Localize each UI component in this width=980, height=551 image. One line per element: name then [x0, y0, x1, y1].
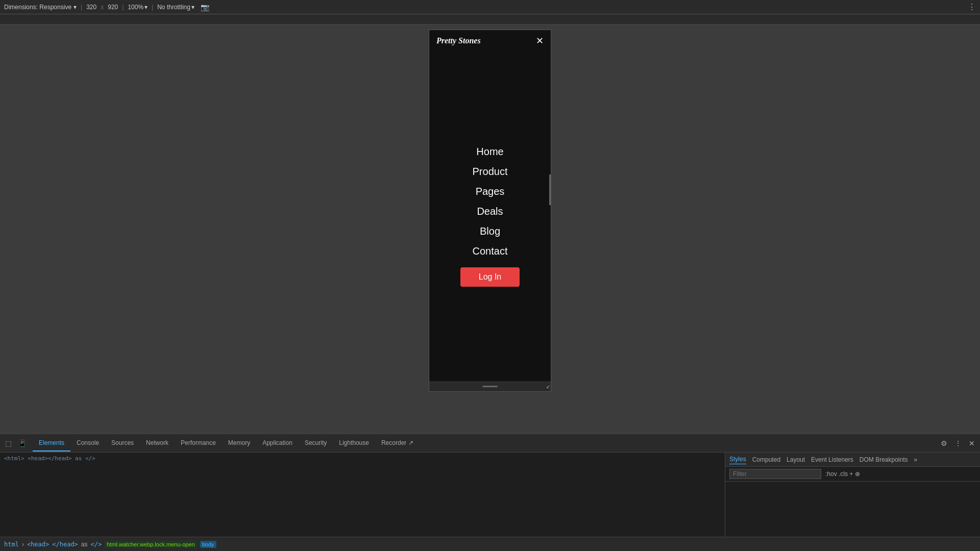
login-button[interactable]: Log In: [460, 267, 520, 287]
more-options-icon[interactable]: ⋮: [968, 2, 976, 12]
x-sep: x: [101, 4, 104, 11]
mobile-frame: Pretty Stones ✕ Home Product Pages Deals…: [429, 30, 551, 392]
width-value[interactable]: 320: [86, 4, 96, 11]
mobile-drag-handle[interactable]: [429, 381, 551, 391]
mobile-nav-menu: Home Product Pages Deals Blog Contact Lo…: [429, 52, 551, 381]
devtools-tab-right-icons: ⚙ ⋮ ✕: [939, 437, 977, 449]
close-menu-button[interactable]: ✕: [536, 36, 544, 45]
styles-tab-styles[interactable]: Styles: [729, 455, 746, 464]
styles-filter-input[interactable]: [729, 469, 821, 479]
styles-tab-layout[interactable]: Layout: [787, 455, 805, 464]
ruler-bar: [0, 14, 980, 24]
tab-network[interactable]: Network: [140, 435, 175, 452]
close-devtools-icon[interactable]: ✕: [967, 437, 977, 449]
device-icon[interactable]: 📱: [16, 437, 29, 449]
handle-line: [482, 386, 498, 387]
dim-sep2: |: [122, 4, 124, 11]
styles-filter-bar: :hov .cls + ⊕: [725, 467, 980, 482]
nav-deals[interactable]: Deals: [477, 206, 503, 217]
tab-application[interactable]: Application: [256, 435, 299, 452]
devtools-icons-left: ⬚ 📱: [3, 437, 29, 449]
nav-product[interactable]: Product: [473, 166, 508, 178]
body-badge[interactable]: body: [200, 541, 216, 548]
styles-tab-more[interactable]: »: [914, 455, 918, 464]
tab-sources[interactable]: Sources: [105, 435, 140, 452]
devtools-panel: ⬚ 📱 Elements Console Sources Network Per…: [0, 434, 980, 551]
devtools-content-area: <html> <head></head> as </> Styles Compu…: [0, 453, 980, 537]
watcher-label: html.watcher.webp.lock.menu-open: [105, 541, 197, 548]
breadcrumb-head[interactable]: <head>: [27, 541, 49, 548]
height-value[interactable]: 920: [108, 4, 118, 11]
settings-icon[interactable]: ⚙: [939, 437, 949, 449]
tab-memory[interactable]: Memory: [222, 435, 256, 452]
nav-contact[interactable]: Contact: [473, 245, 508, 257]
breadcrumb-head-close[interactable]: </head>: [52, 541, 78, 548]
tab-elements[interactable]: Elements: [33, 435, 70, 452]
elements-panel: <html> <head></head> as </>: [0, 453, 725, 537]
zoom-selector[interactable]: 100% ▾: [128, 4, 148, 11]
tab-performance[interactable]: Performance: [175, 435, 222, 452]
nav-home[interactable]: Home: [476, 146, 503, 158]
camera-icon[interactable]: 📷: [201, 3, 209, 11]
more-devtools-icon[interactable]: ⋮: [952, 437, 964, 449]
breadcrumb-html[interactable]: html: [4, 541, 19, 548]
dim-separator: |: [81, 4, 82, 11]
site-logo: Pretty Stones: [436, 36, 481, 45]
styles-panel: Styles Computed Layout Event Listeners D…: [725, 453, 980, 537]
nav-pages[interactable]: Pages: [476, 186, 505, 197]
devtools-status-bar: html › <head> </head> as </> html.watche…: [0, 537, 980, 551]
mobile-header: Pretty Stones ✕: [429, 30, 551, 52]
responsive-selector[interactable]: Dimensions: Responsive ▾: [4, 4, 77, 11]
tab-console[interactable]: Console: [70, 435, 105, 452]
styles-tab-computed[interactable]: Computed: [752, 455, 780, 464]
styles-tab-bar: Styles Computed Layout Event Listeners D…: [725, 453, 980, 467]
tab-recorder[interactable]: Recorder ↗: [375, 435, 420, 452]
styles-tab-event-listeners[interactable]: Event Listeners: [811, 455, 853, 464]
tab-lighthouse[interactable]: Lighthouse: [333, 435, 375, 452]
inspect-icon[interactable]: ⬚: [3, 437, 14, 449]
main-preview-area: Pretty Stones ✕ Home Product Pages Deals…: [0, 24, 980, 434]
zoom-sep: |: [152, 4, 153, 11]
styles-filter-extras: :hov .cls + ⊕: [825, 470, 860, 478]
mobile-scrollbar[interactable]: [549, 174, 551, 205]
devtools-top-bar: Dimensions: Responsive ▾ | 320 x 920 | 1…: [0, 0, 980, 14]
throttle-selector[interactable]: No throttling ▾: [157, 4, 194, 11]
tab-security[interactable]: Security: [299, 435, 333, 452]
nav-blog[interactable]: Blog: [480, 226, 500, 237]
elements-tree-hint: <html> <head></head> as </>: [4, 455, 95, 462]
devtools-tab-bar: ⬚ 📱 Elements Console Sources Network Per…: [0, 434, 980, 453]
resize-handle[interactable]: ↙: [546, 381, 551, 391]
styles-tab-dom-breakpoints[interactable]: DOM Breakpoints: [860, 455, 908, 464]
breadcrumb-slash[interactable]: </>: [91, 541, 102, 548]
